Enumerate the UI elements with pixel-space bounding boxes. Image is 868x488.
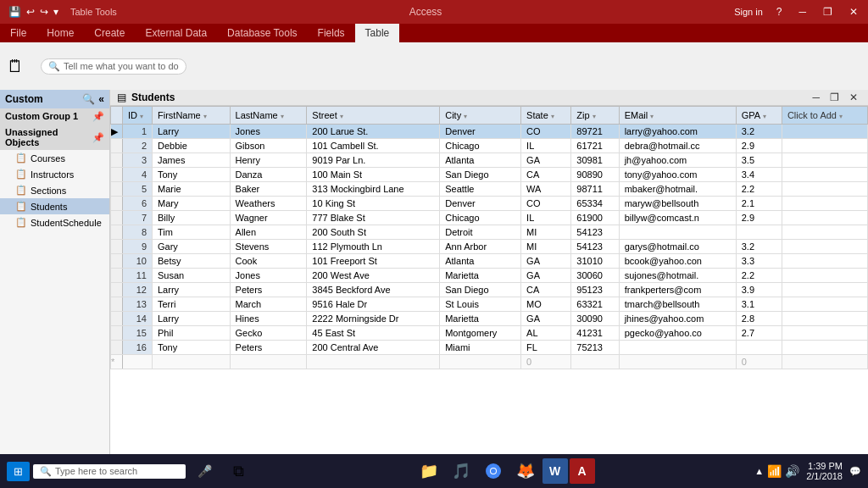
cell-city[interactable]: Ann Arbor bbox=[440, 240, 521, 254]
table-row[interactable]: ▶1LarryJones200 Larue St.DenverCO89721la… bbox=[111, 125, 868, 139]
cell-gpa[interactable] bbox=[736, 225, 782, 240]
nav-search-icon[interactable]: 🔍 bbox=[82, 93, 95, 105]
cell-gpa[interactable]: 2.8 bbox=[736, 312, 782, 326]
col-lastname[interactable]: LastName ▾ bbox=[230, 107, 307, 125]
taskbar-mic-icon[interactable]: 🎤 bbox=[189, 456, 220, 486]
nav-collapse-icon[interactable]: « bbox=[98, 93, 104, 105]
cell-city[interactable]: Denver bbox=[440, 197, 521, 211]
cell-lastname[interactable]: Allen bbox=[230, 225, 307, 240]
cell-zip[interactable]: 89721 bbox=[571, 125, 619, 139]
cell-email[interactable]: pgecko@yahoo.co bbox=[619, 326, 736, 341]
cell-lastname[interactable]: March bbox=[230, 297, 307, 312]
cell-email[interactable]: garys@hotmail.co bbox=[619, 240, 736, 254]
taskbar-access-icon[interactable]: A bbox=[570, 458, 595, 484]
cell-city[interactable]: Atlanta bbox=[440, 254, 521, 269]
up-arrow-icon[interactable]: ▲ bbox=[754, 466, 764, 476]
cell-state[interactable]: CO bbox=[521, 125, 571, 139]
taskbar-explorer-icon[interactable]: 📁 bbox=[414, 456, 444, 486]
cell-firstname[interactable]: Tony bbox=[153, 341, 231, 355]
cell-state[interactable]: GA bbox=[521, 269, 571, 283]
new-record-row[interactable]: *00 bbox=[111, 355, 868, 369]
cell-lastname[interactable]: Baker bbox=[230, 182, 307, 197]
cell-street[interactable]: 112 Plymouth Ln bbox=[307, 240, 440, 254]
new-row-gpa[interactable]: 0 bbox=[736, 355, 782, 369]
cell-firstname[interactable]: Debbie bbox=[153, 139, 231, 153]
cell-lastname[interactable]: Weathers bbox=[230, 197, 307, 211]
cell-state[interactable]: IL bbox=[521, 211, 571, 225]
cell-street[interactable]: 200 Larue St. bbox=[307, 125, 440, 139]
table-row[interactable]: 4TonyDanza100 Main StSan DiegoCA90890ton… bbox=[111, 168, 868, 182]
cell-gpa[interactable]: 2.9 bbox=[736, 211, 782, 225]
new-row-cell[interactable] bbox=[153, 355, 231, 369]
cell-zip[interactable]: 61900 bbox=[571, 211, 619, 225]
undo-qa-icon[interactable]: ↩ bbox=[25, 4, 36, 19]
cell-state[interactable]: CO bbox=[521, 197, 571, 211]
cell-city[interactable]: St Louis bbox=[440, 297, 521, 312]
taskbar-chrome-icon[interactable] bbox=[478, 456, 509, 486]
cell-gpa[interactable]: 3.9 bbox=[736, 283, 782, 297]
cell-email[interactable] bbox=[619, 225, 736, 240]
table-row[interactable]: 9GaryStevens112 Plymouth LnAnn ArborMI54… bbox=[111, 240, 868, 254]
cell-lastname[interactable]: Peters bbox=[230, 283, 307, 297]
cell-street[interactable]: 313 Mockingbird Lane bbox=[307, 182, 440, 197]
cell-city[interactable]: Miami bbox=[440, 341, 521, 355]
cell-zip[interactable]: 90890 bbox=[571, 168, 619, 182]
cell-street[interactable]: 200 West Ave bbox=[307, 269, 440, 283]
cell-email[interactable]: bcook@yahoo.con bbox=[619, 254, 736, 269]
cell-city[interactable]: Marietta bbox=[440, 312, 521, 326]
taskbar-search[interactable]: 🔍 Type here to search bbox=[33, 464, 186, 479]
nav-group-pin[interactable]: 📌 bbox=[92, 111, 104, 122]
minimize-table-btn[interactable]: ─ bbox=[809, 92, 823, 103]
unassigned-pin[interactable]: 📌 bbox=[92, 132, 104, 143]
cell-state[interactable]: GA bbox=[521, 312, 571, 326]
cell-zip[interactable]: 31010 bbox=[571, 254, 619, 269]
taskbar-spotify-icon[interactable]: 🎵 bbox=[446, 456, 476, 486]
cell-state[interactable]: MO bbox=[521, 297, 571, 312]
start-button[interactable]: ⊞ bbox=[7, 462, 30, 481]
cell-state[interactable]: MI bbox=[521, 240, 571, 254]
minimize-btn[interactable]: ─ bbox=[795, 6, 810, 18]
close-table-btn[interactable]: ✕ bbox=[846, 92, 861, 103]
table-row[interactable]: 2DebbieGibson101 Cambell St.ChicagoIL617… bbox=[111, 139, 868, 153]
cell-firstname[interactable]: Larry bbox=[153, 312, 231, 326]
cell-email[interactable]: tony@yahoo.com bbox=[619, 168, 736, 182]
col-email[interactable]: EMail ▾ bbox=[619, 107, 736, 125]
cell-state[interactable]: WA bbox=[521, 182, 571, 197]
col-id[interactable]: ID ▾ bbox=[123, 107, 153, 125]
tab-home[interactable]: Home bbox=[36, 24, 84, 42]
cell-zip[interactable]: 41231 bbox=[571, 326, 619, 341]
new-row-cell[interactable] bbox=[440, 355, 521, 369]
cell-firstname[interactable]: James bbox=[153, 153, 231, 168]
table-row[interactable]: 12LarryPeters3845 Beckford AveSan DiegoC… bbox=[111, 283, 868, 297]
close-btn[interactable]: ✕ bbox=[846, 6, 861, 18]
sidebar-item-studentschedule[interactable]: 📋 StudentSchedule bbox=[0, 214, 109, 230]
cell-street[interactable]: 2222 Morningside Dr bbox=[307, 312, 440, 326]
new-row-cell[interactable] bbox=[307, 355, 440, 369]
cell-state[interactable]: GA bbox=[521, 254, 571, 269]
table-row[interactable]: 5MarieBaker313 Mockingbird LaneSeattleWA… bbox=[111, 182, 868, 197]
cell-firstname[interactable]: Terri bbox=[153, 297, 231, 312]
cell-lastname[interactable]: Jones bbox=[230, 125, 307, 139]
cell-firstname[interactable]: Gary bbox=[153, 240, 231, 254]
cell-zip[interactable]: 54123 bbox=[571, 240, 619, 254]
col-zip[interactable]: Zip ▾ bbox=[571, 107, 619, 125]
cell-gpa[interactable]: 3.1 bbox=[736, 297, 782, 312]
cell-email[interactable]: jh@yahoo.com bbox=[619, 153, 736, 168]
cell-gpa[interactable]: 2.7 bbox=[736, 326, 782, 341]
cell-firstname[interactable]: Betsy bbox=[153, 254, 231, 269]
cell-street[interactable]: 3845 Beckford Ave bbox=[307, 283, 440, 297]
table-row[interactable]: 10BetsyCook101 Freeport StAtlantaGA31010… bbox=[111, 254, 868, 269]
cell-state[interactable]: IL bbox=[521, 139, 571, 153]
cell-zip[interactable]: 30060 bbox=[571, 269, 619, 283]
cell-city[interactable]: Chicago bbox=[440, 211, 521, 225]
help-btn[interactable]: ? bbox=[773, 6, 786, 18]
cell-email[interactable]: sujones@hotmail. bbox=[619, 269, 736, 283]
cell-street[interactable]: 9516 Hale Dr bbox=[307, 297, 440, 312]
cell-gpa[interactable]: 2.2 bbox=[736, 269, 782, 283]
col-gpa[interactable]: GPA ▾ bbox=[736, 107, 782, 125]
cell-gpa[interactable]: 2.1 bbox=[736, 197, 782, 211]
cell-firstname[interactable]: Larry bbox=[153, 125, 231, 139]
cell-city[interactable]: Detroit bbox=[440, 225, 521, 240]
cell-street[interactable]: 9019 Par Ln. bbox=[307, 153, 440, 168]
cell-lastname[interactable]: Stevens bbox=[230, 240, 307, 254]
